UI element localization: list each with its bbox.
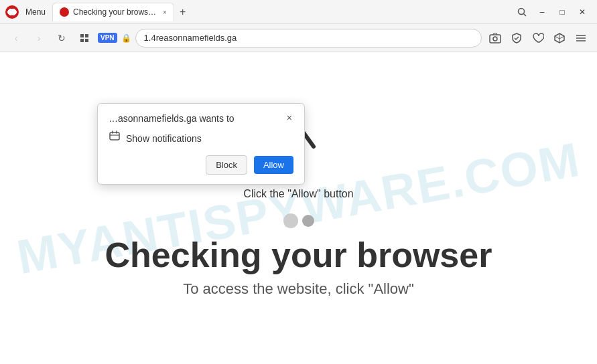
menu-button[interactable]: Menu: [23, 6, 48, 18]
watermark: MYANTISPYWARE.COM: [0, 52, 597, 364]
popup-actions: Block Allow: [109, 155, 293, 175]
svg-rect-3: [85, 34, 88, 37]
address-bar[interactable]: 1.4reasonnamefields.ga: [135, 29, 482, 48]
tab-close-button[interactable]: ×: [163, 9, 167, 16]
notification-popup: …asonnamefields.ga wants to × Show notif…: [97, 103, 305, 185]
minimize-button[interactable]: –: [533, 3, 551, 21]
nav-bar: ‹ › ↻ VPN 🔒 1.4reasonnamefields.ga: [0, 24, 597, 52]
opera-logo: [5, 5, 19, 19]
vpn-badge[interactable]: VPN: [98, 33, 117, 43]
nav-icons: [486, 29, 590, 48]
svg-point-0: [519, 8, 525, 14]
tab-bar: Checking your brows… × +: [52, 3, 509, 21]
popup-body: Show notifications: [109, 130, 293, 146]
reload-button[interactable]: ↻: [52, 29, 71, 48]
tab-title: Checking your brows…: [73, 7, 156, 17]
search-button[interactable]: [513, 3, 531, 21]
notification-icon: [109, 130, 121, 146]
active-tab[interactable]: Checking your brows… ×: [52, 3, 174, 21]
maximize-button[interactable]: □: [553, 3, 572, 21]
popup-header: …asonnamefields.ga wants to ×: [109, 113, 293, 124]
notification-label: Show notifications: [126, 133, 202, 144]
sub-text: To access the website, click "Allow": [183, 280, 414, 298]
dot-inactive: [302, 215, 314, 227]
lock-icon: 🔒: [121, 33, 131, 43]
window-controls: – □ ✕: [513, 3, 592, 21]
forward-button[interactable]: ›: [29, 29, 48, 48]
address-text: 1.4reasonnamefields.ga: [144, 33, 237, 43]
page-content: MYANTISPYWARE.COM Click the "Allow" butt…: [0, 52, 597, 364]
close-button[interactable]: ✕: [573, 3, 592, 21]
toggle-dots: [283, 213, 314, 228]
hamburger-menu-button[interactable]: [572, 29, 590, 48]
svg-rect-5: [85, 39, 88, 42]
back-button[interactable]: ‹: [7, 29, 25, 48]
block-button[interactable]: Block: [206, 155, 247, 175]
svg-rect-2: [80, 34, 84, 37]
dot-active: [283, 213, 298, 228]
svg-rect-4: [80, 39, 84, 42]
svg-rect-6: [490, 35, 501, 43]
svg-line-1: [524, 13, 527, 16]
click-allow-label: Click the "Allow" button: [243, 188, 353, 200]
svg-rect-12: [110, 132, 119, 140]
heart-button[interactable]: [529, 29, 547, 48]
popup-title: …asonnamefields.ga wants to: [109, 113, 235, 124]
allow-button[interactable]: Allow: [254, 156, 293, 174]
camera-button[interactable]: [486, 29, 505, 48]
main-heading: Checking your browser: [105, 235, 492, 275]
shield-button[interactable]: [507, 29, 526, 48]
grid-button[interactable]: [75, 29, 94, 48]
tab-favicon: [60, 7, 69, 17]
popup-close-button[interactable]: ×: [285, 113, 293, 122]
svg-point-7: [493, 37, 497, 41]
cube-button[interactable]: [550, 29, 569, 48]
new-tab-button[interactable]: +: [176, 6, 190, 18]
title-bar: Menu Checking your brows… × + – □ ✕: [0, 0, 597, 24]
